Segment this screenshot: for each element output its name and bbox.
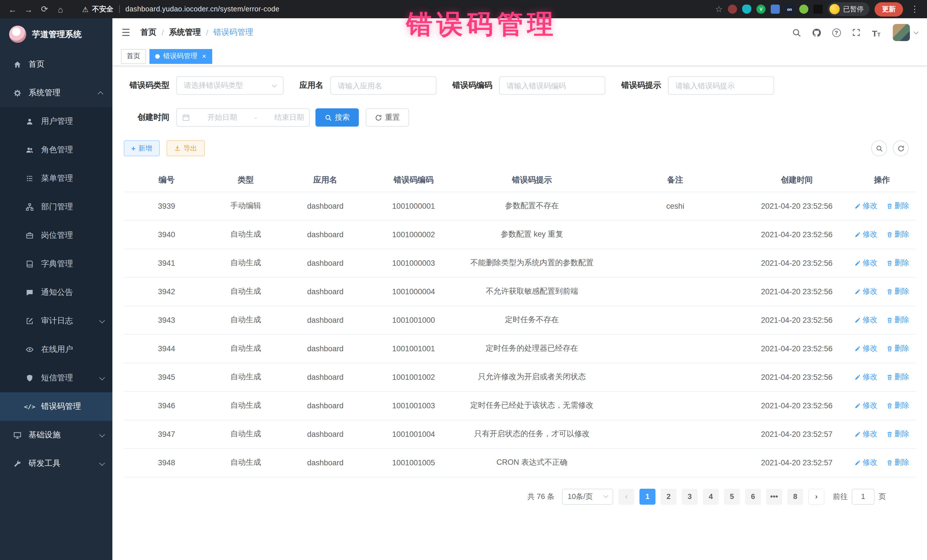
app-name-input[interactable] (338, 81, 429, 90)
github-icon[interactable] (811, 27, 821, 38)
sidebar-item-menus[interactable]: 菜单管理 (0, 164, 112, 193)
breadcrumb-home[interactable]: 首页 (141, 27, 157, 38)
font-size-icon[interactable]: TT (871, 27, 881, 38)
edit-link[interactable]: 修改 (854, 429, 877, 439)
browser-back-icon[interactable]: ← (6, 2, 20, 16)
page-size-select[interactable]: 10条/页 (562, 489, 613, 504)
goto-page-input[interactable] (852, 489, 874, 504)
sidebar-item-system[interactable]: 系统管理 (0, 79, 112, 107)
date-range-picker[interactable]: 开始日期 - 结束日期 (176, 108, 310, 127)
error-hint-input[interactable] (675, 81, 767, 90)
sidebar-item-notices[interactable]: 通知公告 (0, 278, 112, 307)
cell-time: 2021-04-20 23:52:57 (745, 448, 848, 477)
page-button-8[interactable]: 8 (787, 489, 803, 504)
browser-reload-icon[interactable]: ⟳ (38, 2, 51, 16)
screen: ← → ⟳ ⌂ ⚠ 不安全 dashboard.yudao.iocoder.cn… (0, 0, 927, 560)
search-icon[interactable] (791, 27, 801, 38)
sidebar-item-sms[interactable]: 短信管理 (0, 364, 112, 392)
start-date-input[interactable]: 开始日期 (207, 112, 237, 123)
extension-icon-1[interactable] (728, 5, 737, 14)
app-title: 芋道管理系统 (32, 29, 82, 39)
page-button-4[interactable]: 4 (703, 489, 719, 504)
profile-chip[interactable]: 已暂停 (828, 2, 869, 16)
edit-link[interactable]: 修改 (854, 457, 877, 467)
prev-page-button[interactable]: ‹ (619, 489, 634, 504)
next-page-button[interactable]: › (808, 489, 824, 504)
help-icon[interactable]: ? (831, 27, 842, 38)
delete-link[interactable]: 删除 (886, 400, 909, 411)
error-code-input[interactable] (506, 81, 598, 90)
sidebar-item-posts[interactable]: 岗位管理 (0, 221, 112, 250)
browser-forward-icon[interactable]: → (22, 2, 35, 16)
bookmark-star-icon[interactable]: ☆ (715, 4, 723, 14)
browser-home-icon[interactable]: ⌂ (54, 2, 67, 16)
security-chip[interactable]: ⚠ 不安全 (82, 4, 113, 14)
page-button-3[interactable]: 3 (682, 489, 698, 504)
extension-icon-3[interactable]: V (757, 5, 766, 14)
edit-link[interactable]: 修改 (854, 343, 877, 354)
sidebar-item-audit[interactable]: 审计日志 (0, 307, 112, 335)
avatar-caret-icon[interactable] (914, 30, 919, 35)
browser-update-button[interactable]: 更新 (874, 2, 903, 16)
tab-close-icon[interactable]: × (202, 52, 206, 60)
header-time: 创建时间 (745, 169, 848, 191)
reset-button[interactable]: 重置 (366, 108, 409, 127)
delete-link[interactable]: 删除 (886, 343, 909, 354)
sidebar-item-errcode[interactable]: </> 错误码管理 (0, 392, 112, 421)
edit-link[interactable]: 修改 (854, 229, 877, 240)
delete-link[interactable]: 删除 (886, 429, 909, 439)
page-button-1[interactable]: 1 (640, 489, 655, 504)
search-button[interactable]: 搜索 (316, 108, 359, 127)
sidebar-item-depts[interactable]: 部门管理 (0, 193, 112, 221)
sidebar-item-devtools[interactable]: 研发工具 (0, 449, 112, 478)
tab-home[interactable]: 首页 (121, 49, 146, 64)
sidebar-item-users[interactable]: 用户管理 (0, 107, 112, 136)
cell-code: 1001001001 (369, 334, 459, 363)
sidebar-item-online[interactable]: 在线用户 (0, 335, 112, 364)
delete-link[interactable]: 删除 (886, 258, 909, 268)
delete-link[interactable]: 删除 (886, 372, 909, 382)
extension-icon-2[interactable] (742, 5, 751, 14)
tab-errcode[interactable]: 错误码管理 × (149, 49, 212, 64)
browser-menu-icon[interactable]: ⋮ (908, 4, 921, 14)
cell-time: 2021-04-20 23:52:56 (745, 334, 848, 363)
delete-link[interactable]: 删除 (886, 229, 909, 240)
error-type-select[interactable]: 请选择错误码类型 (176, 76, 284, 95)
delete-link[interactable]: 删除 (886, 457, 909, 467)
edit-link[interactable]: 修改 (854, 372, 877, 382)
extension-icon-6[interactable] (799, 5, 808, 14)
toggle-search-button[interactable] (871, 140, 887, 156)
sidebar-item-dicts[interactable]: 字典管理 (0, 250, 112, 278)
delete-link[interactable]: 删除 (886, 286, 909, 296)
fullscreen-icon[interactable] (851, 27, 862, 38)
extension-icon-5[interactable]: on (785, 5, 794, 14)
hamburger-icon[interactable]: ☰ (122, 28, 130, 37)
refresh-table-button[interactable] (893, 140, 909, 156)
cell-id: 3945 (124, 363, 209, 391)
sidebar-item-roles[interactable]: 角色管理 (0, 136, 112, 164)
sidebar-item-home[interactable]: 首页 (0, 50, 112, 79)
breadcrumb-system[interactable]: 系统管理 (169, 27, 201, 38)
edit-link[interactable]: 修改 (854, 258, 877, 268)
edit-link[interactable]: 修改 (854, 201, 877, 211)
app-logo[interactable]: 芋道管理系统 (0, 18, 112, 50)
page-ellipsis-button[interactable]: ••• (766, 489, 782, 504)
sidebar-item-label: 菜单管理 (41, 173, 73, 184)
page-button-6[interactable]: 6 (745, 489, 761, 504)
add-button[interactable]: + 新增 (124, 140, 160, 156)
delete-link[interactable]: 删除 (886, 315, 909, 325)
address-bar[interactable]: dashboard.yudao.iocoder.cn/system/error-… (125, 5, 279, 13)
export-button[interactable]: 导出 (166, 140, 205, 156)
edit-link[interactable]: 修改 (854, 315, 877, 325)
edit-link[interactable]: 修改 (854, 286, 877, 296)
pin-extension-icon[interactable] (813, 5, 823, 14)
end-date-input[interactable]: 结束日期 (274, 112, 304, 123)
sidebar-item-infra[interactable]: 基础设施 (0, 421, 112, 449)
cell-code: 1001001000 (369, 306, 459, 334)
page-button-5[interactable]: 5 (724, 489, 740, 504)
user-avatar[interactable] (893, 24, 910, 41)
delete-link[interactable]: 删除 (886, 201, 909, 211)
edit-link[interactable]: 修改 (854, 400, 877, 411)
page-button-2[interactable]: 2 (661, 489, 676, 504)
extension-icon-4[interactable] (771, 5, 780, 14)
